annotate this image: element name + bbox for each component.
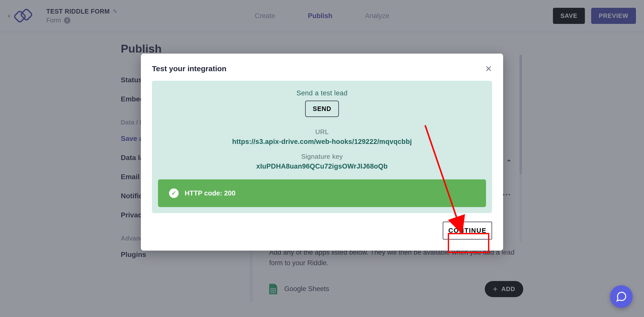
send-button[interactable]: SEND (305, 101, 339, 117)
close-icon[interactable]: ✕ (485, 64, 492, 74)
signature-key-value: xIuPDHA8uan96QCu72igsOWrJIJ68oQb (158, 163, 486, 170)
test-integration-modal: Test your integration ✕ Send a test lead… (141, 54, 503, 251)
http-status-text: HTTP code: 200 (185, 189, 235, 197)
http-status-bar: ✓ HTTP code: 200 (158, 179, 486, 207)
chat-fab[interactable] (610, 285, 633, 308)
test-lead-label: Send a test lead (158, 89, 486, 97)
modal-title: Test your integration (152, 64, 226, 73)
url-label: URL (158, 128, 486, 136)
continue-button[interactable]: CONTINUE (443, 222, 492, 240)
check-circle-icon: ✓ (169, 188, 179, 198)
chat-icon (616, 291, 627, 302)
signature-key-label: Signature key (158, 153, 486, 161)
url-value: https://s3.apix-drive.com/web-hooks/1292… (158, 138, 486, 146)
modal-body: Send a test lead SEND URL https://s3.api… (152, 81, 492, 213)
